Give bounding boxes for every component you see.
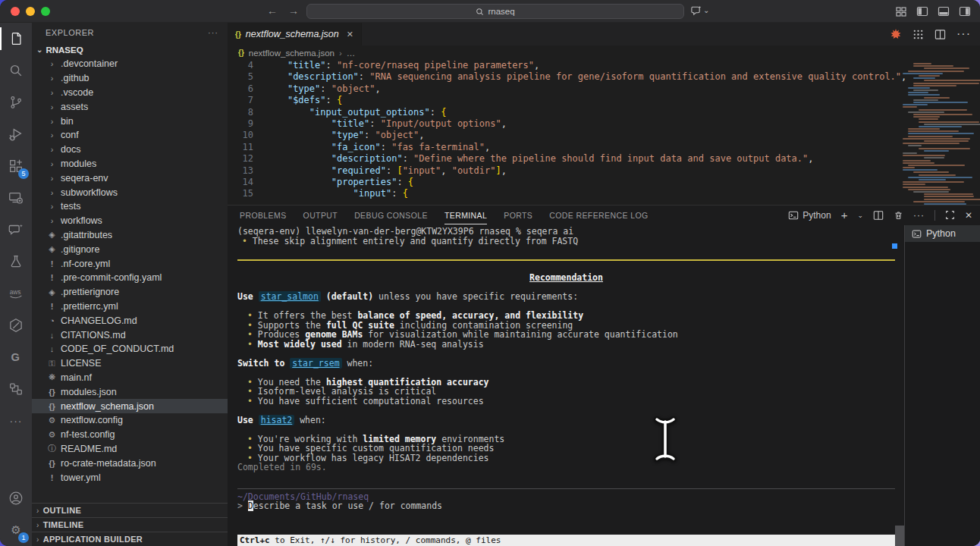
breadcrumb-more[interactable]: … (347, 49, 356, 58)
run-debug-icon[interactable] (0, 118, 32, 150)
tree-item-CODE_OF_CONDUCT.md[interactable]: ↓CODE_OF_CONDUCT.md (32, 342, 228, 356)
tree-item-README.md[interactable]: ⓘREADME.md (32, 442, 228, 457)
maximize-window-button[interactable] (41, 7, 50, 16)
panel-tab-ports[interactable]: PORTS (504, 211, 532, 220)
more-views-icon[interactable]: ··· (0, 405, 32, 437)
panel-more-icon[interactable]: ··· (913, 210, 925, 221)
hexagon-icon[interactable] (0, 309, 32, 341)
tree-item-workflows[interactable]: ›workflows (32, 214, 228, 228)
command-center-search[interactable]: rnaseq (306, 4, 684, 19)
code-line[interactable]: 5 "description": "RNA sequencing analysi… (228, 71, 980, 83)
pipelines-icon[interactable] (0, 373, 32, 405)
tree-item-bin[interactable]: ›bin (32, 114, 228, 128)
tree-item-.nf-core.yml[interactable]: !.nf-core.yml (32, 256, 228, 271)
code-line[interactable]: 9 "title": "Input/output options", (228, 118, 980, 130)
terminal-profile[interactable]: Python (788, 210, 831, 221)
source-control-icon[interactable] (0, 86, 32, 118)
tree-item-modules.json[interactable]: {}modules.json (32, 384, 228, 399)
section-application-builder[interactable]: ›APPLICATION BUILDER (32, 532, 228, 546)
tree-item-.vscode[interactable]: ›.vscode (32, 86, 228, 100)
explorer-more-icon[interactable]: ··· (208, 28, 218, 37)
new-terminal-button[interactable]: + (841, 209, 848, 221)
tree-item-CHANGELOG.md[interactable]: ◔CHANGELOG.md (32, 313, 228, 328)
minimize-window-button[interactable] (26, 7, 35, 16)
code-line[interactable]: 4 "title": "nf-core/rnaseq pipeline para… (228, 60, 980, 71)
tree-item-.gitattributes[interactable]: ◈.gitattributes (32, 228, 228, 243)
tree-item-.github[interactable]: ›.github (32, 71, 228, 86)
tree-item-modules[interactable]: ›modules (32, 157, 228, 171)
breadcrumb[interactable]: {} nextflow_schema.json › … (228, 46, 980, 60)
minimap[interactable] (900, 60, 980, 205)
tree-item-.prettierrc.yml[interactable]: !.prettierrc.yml (32, 300, 228, 314)
root-folder[interactable]: ⌄ RNASEQ (32, 42, 228, 57)
breadcrumb-file[interactable]: nextflow_schema.json (249, 49, 335, 58)
section-timeline[interactable]: ›TIMELINE (32, 517, 228, 532)
tree-item-conf[interactable]: ›conf (32, 128, 228, 143)
maximize-panel-icon[interactable] (945, 210, 955, 220)
tree-item-.prettierignore[interactable]: ◈.prettierignore (32, 285, 228, 300)
panel-tab-terminal[interactable]: TERMINAL (444, 211, 487, 220)
tree-item-ro-crate-metadata.json[interactable]: {}ro-crate-metadata.json (32, 456, 228, 470)
forward-button[interactable]: → (288, 5, 299, 17)
terminal-list-item-python[interactable]: Python (905, 225, 980, 242)
tree-item-.devcontainer[interactable]: ›.devcontainer (32, 57, 228, 71)
gitlens-icon[interactable]: G (0, 341, 32, 373)
split-terminal-icon[interactable] (873, 210, 884, 221)
code-line[interactable]: 6 "type": "object", (228, 83, 980, 95)
tree-item-tower.yml[interactable]: !tower.yml (32, 470, 228, 485)
tree-item-nextflow_schema.json[interactable]: {}nextflow_schema.json (32, 399, 228, 413)
close-tab-icon[interactable]: ✕ (347, 30, 353, 39)
extensions-icon[interactable]: 5 (0, 150, 32, 182)
code-line[interactable]: 10 "type": "object", (228, 130, 980, 141)
terminal-scrollbar[interactable] (895, 526, 904, 546)
tree-item-.gitignore[interactable]: ◈.gitignore (32, 242, 228, 256)
code-line[interactable]: 14 "properties": { (228, 177, 980, 188)
layout-grid-icon[interactable] (895, 5, 907, 17)
panel-tab-debug-console[interactable]: DEBUG CONSOLE (354, 211, 428, 220)
tree-item-docs[interactable]: ›docs (32, 143, 228, 157)
tree-item-nf-test.config[interactable]: ⚙nf-test.config (32, 428, 228, 442)
close-panel-icon[interactable]: ✕ (965, 210, 972, 221)
kill-terminal-icon[interactable] (894, 210, 903, 221)
back-button[interactable]: ← (267, 5, 278, 17)
section-outline[interactable]: ›OUTLINE (32, 503, 228, 517)
panel-tab-problems[interactable]: PROBLEMS (240, 211, 287, 220)
copilot-menu[interactable]: ⌄ (690, 5, 709, 16)
tree-item-tests[interactable]: ›tests (32, 199, 228, 214)
explorer-icon[interactable] (0, 23, 32, 55)
terminal-output[interactable]: (seqera-env) llewelyn-van-der-berg@KTW2Y… (237, 227, 895, 534)
remote-explorer-icon[interactable] (0, 182, 32, 214)
tree-item-nextflow.config[interactable]: ⚙nextflow.config (32, 413, 228, 428)
testing-icon[interactable] (0, 246, 32, 278)
code-line[interactable]: 7 "$defs": { (228, 95, 980, 106)
tree-item-.pre-commit-config.yaml[interactable]: !.pre-commit-config.yaml (32, 271, 228, 285)
code-line[interactable]: 13 "required": ["input", "outdir"], (228, 165, 980, 177)
grid-dots-icon[interactable] (912, 29, 924, 40)
terminal-dropdown-icon[interactable]: ⌄ (857, 212, 863, 219)
accounts-icon[interactable] (0, 482, 32, 514)
starburst-icon[interactable] (890, 28, 902, 40)
chat-icon[interactable] (0, 214, 32, 246)
tab-nextflow-schema[interactable]: {} nextflow_schema.json ✕ (228, 23, 362, 46)
panel-tab-code-reference-log[interactable]: CODE REFERENCE LOG (549, 211, 648, 220)
toggle-sidebar-icon[interactable] (916, 5, 928, 17)
code-line[interactable]: 15 "input": { (228, 188, 980, 199)
toggle-secondary-sidebar-icon[interactable] (959, 5, 971, 17)
aws-icon[interactable]: aws (0, 278, 32, 309)
tree-item-CITATIONS.md[interactable]: ↓CITATIONS.md (32, 328, 228, 342)
code-line[interactable]: 11 "fa_icon": "fas fa-terminal", (228, 142, 980, 153)
terminal-prompt[interactable]: > Describe a task or use / for commands (237, 501, 895, 511)
tree-item-main.nf[interactable]: ❋main.nf (32, 371, 228, 385)
tree-item-assets[interactable]: ›assets (32, 99, 228, 114)
tree-item-LICENSE[interactable]: ⚿LICENSE (32, 356, 228, 371)
toggle-panel-icon[interactable] (938, 5, 950, 17)
editor-more-icon[interactable]: ··· (956, 27, 971, 41)
close-window-button[interactable] (11, 7, 20, 16)
panel-tab-output[interactable]: OUTPUT (303, 211, 338, 220)
search-view-icon[interactable] (0, 55, 32, 86)
code-line[interactable]: 12 "description": "Define where the pipe… (228, 153, 980, 165)
tree-item-seqera-env[interactable]: ›seqera-env (32, 171, 228, 185)
code-editor[interactable]: 4 "title": "nf-core/rnaseq pipeline para… (228, 60, 980, 205)
code-line[interactable]: 8 "input_output_options": { (228, 107, 980, 118)
tree-item-subworkflows[interactable]: ›subworkflows (32, 185, 228, 199)
